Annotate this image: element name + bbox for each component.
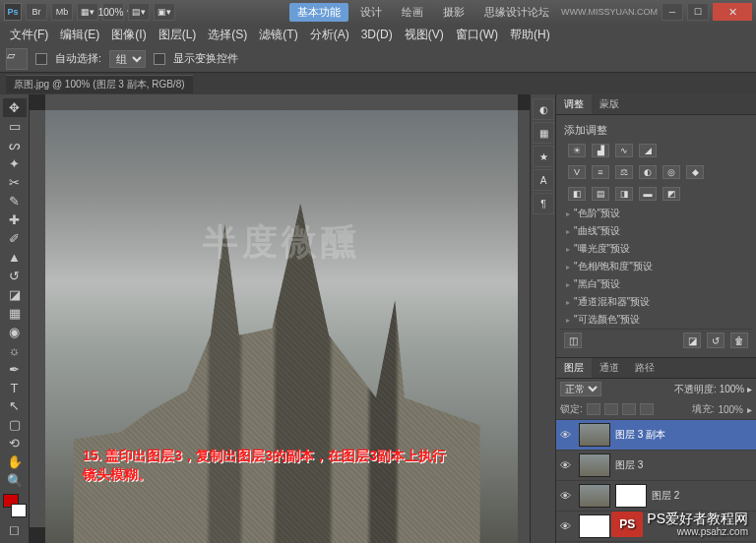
canvas-scrollbar-v[interactable]	[518, 110, 530, 543]
layer-name[interactable]: 图层 2	[652, 489, 679, 503]
auto-select-dropdown[interactable]: 组	[109, 50, 146, 68]
bw-icon[interactable]: ◐	[639, 165, 657, 179]
selective-color-icon[interactable]: ◩	[662, 187, 680, 201]
menu-layer[interactable]: 图层(L)	[155, 27, 201, 43]
layer-row[interactable]: 👁 图层 3 副本	[556, 419, 756, 450]
swatches-panel-icon[interactable]: ▦	[533, 122, 554, 144]
document-tab[interactable]: 原图.jpg @ 100% (图层 3 副本, RGB/8)	[6, 75, 193, 93]
photo-filter-icon[interactable]: ◎	[662, 165, 680, 179]
menu-view[interactable]: 视图(V)	[401, 27, 448, 43]
minimize-button[interactable]: ─	[662, 3, 683, 21]
levels-icon[interactable]: ▟	[592, 144, 609, 157]
menu-select[interactable]: 选择(S)	[204, 27, 251, 43]
close-button[interactable]: ✕	[713, 3, 752, 21]
exposure-icon[interactable]: ◢	[639, 144, 657, 157]
visibility-icon[interactable]: 👁	[560, 490, 574, 502]
adj-reset-icon[interactable]: ↺	[707, 332, 724, 348]
shape-tool[interactable]: ▢	[3, 415, 27, 434]
workspace-paint-button[interactable]: 绘画	[394, 3, 431, 22]
show-transform-checkbox[interactable]	[154, 53, 165, 65]
zoom-tool[interactable]: 🔍	[3, 471, 27, 490]
zoom-level-button[interactable]: 100%▾	[102, 3, 124, 21]
menu-filter[interactable]: 滤镜(T)	[255, 27, 301, 43]
visibility-icon[interactable]: 👁	[560, 459, 574, 471]
channels-tab[interactable]: 通道	[592, 358, 627, 378]
vibrance-icon[interactable]: V	[568, 165, 586, 179]
paragraph-panel-icon[interactable]: ¶	[533, 193, 554, 214]
auto-select-checkbox[interactable]	[35, 53, 47, 65]
menu-3d[interactable]: 3D(D)	[357, 28, 397, 41]
menu-window[interactable]: 窗口(W)	[452, 27, 502, 43]
visibility-icon[interactable]: 👁	[560, 429, 574, 441]
styles-panel-icon[interactable]: ★	[533, 146, 554, 167]
move-tool[interactable]: ✥	[3, 98, 27, 117]
dodge-tool[interactable]: ☼	[3, 341, 27, 360]
layer-row[interactable]: 👁 图层 3	[556, 450, 756, 480]
3d-tool[interactable]: ⟲	[3, 434, 27, 452]
invert-icon[interactable]: ◧	[568, 187, 586, 201]
preset-selective-color[interactable]: "可选颜色"预设	[560, 311, 752, 329]
history-brush-tool[interactable]: ↺	[3, 267, 27, 285]
menu-help[interactable]: 帮助(H)	[506, 27, 554, 43]
lock-position-icon[interactable]	[622, 403, 636, 415]
layer-row[interactable]: 👁 图层 2	[556, 480, 756, 511]
lock-transparent-icon[interactable]	[587, 403, 600, 415]
masks-tab[interactable]: 蒙版	[592, 94, 627, 114]
posterize-icon[interactable]: ▤	[592, 187, 609, 201]
canvas[interactable]: 半度微醺 15. 盖印出图层3，复制出图层3的副本，在图层3副本上执行 镜头模糊…	[45, 110, 518, 543]
history-panel-icon[interactable]: ◐	[533, 98, 554, 120]
eyedropper-tool[interactable]: ✎	[3, 192, 27, 211]
preset-levels[interactable]: "色阶"预设	[560, 205, 752, 222]
layer-name[interactable]: 图层 3 副本	[615, 428, 665, 442]
eraser-tool[interactable]: ◪	[3, 285, 27, 304]
bridge-button[interactable]: Br	[26, 3, 47, 21]
blur-tool[interactable]: ◉	[3, 323, 27, 341]
preset-exposure[interactable]: "曝光度"预设	[560, 240, 752, 258]
adjustments-tab[interactable]: 调整	[556, 94, 592, 114]
lasso-tool[interactable]: ᔕ	[3, 136, 27, 154]
color-balance-icon[interactable]: ⚖	[615, 165, 633, 179]
adj-delete-icon[interactable]: 🗑	[730, 332, 748, 348]
brush-tool[interactable]: ✐	[3, 229, 27, 248]
paths-tab[interactable]: 路径	[627, 358, 662, 378]
maximize-button[interactable]: ☐	[687, 3, 709, 21]
visibility-icon[interactable]: 👁	[560, 520, 574, 532]
color-swatches[interactable]	[3, 494, 27, 520]
stamp-tool[interactable]: ▲	[3, 248, 27, 267]
preset-curves[interactable]: "曲线"预设	[560, 222, 752, 240]
preset-hue-sat[interactable]: "色相/饱和度"预设	[560, 258, 752, 275]
crop-tool[interactable]: ✂	[3, 173, 27, 192]
lock-all-icon[interactable]	[640, 403, 654, 415]
screen-mode-button[interactable]: ▣▾	[154, 3, 175, 21]
gradient-tool[interactable]: ▦	[3, 304, 27, 323]
blend-mode-dropdown[interactable]: 正常	[560, 382, 601, 396]
type-tool[interactable]: T	[3, 379, 27, 397]
workspace-basic-button[interactable]: 基本功能	[289, 3, 348, 22]
quick-mask-tool[interactable]: ◻	[3, 520, 27, 539]
arrange-docs-button[interactable]: ▤▾	[128, 3, 150, 21]
quick-select-tool[interactable]: ✦	[3, 154, 27, 173]
opacity-value[interactable]: 100%	[720, 384, 745, 394]
character-panel-icon[interactable]: A	[533, 169, 554, 191]
preset-bw[interactable]: "黑白"预设	[560, 275, 752, 293]
curves-icon[interactable]: ∿	[615, 144, 633, 157]
workspace-design-button[interactable]: 设计	[352, 3, 390, 22]
background-swatch[interactable]	[11, 504, 27, 517]
minibridge-button[interactable]: Mb	[51, 3, 73, 21]
pen-tool[interactable]: ✒	[3, 360, 27, 379]
adj-expand-icon[interactable]: ◫	[564, 332, 582, 348]
hue-sat-icon[interactable]: ≡	[592, 165, 609, 179]
menu-image[interactable]: 图像(I)	[107, 27, 150, 43]
menu-file[interactable]: 文件(F)	[6, 27, 52, 43]
lock-pixels-icon[interactable]	[604, 403, 618, 415]
hand-tool[interactable]: ✋	[3, 452, 27, 471]
adj-clip-icon[interactable]: ◪	[683, 332, 701, 348]
healing-tool[interactable]: ✚	[3, 211, 27, 229]
threshold-icon[interactable]: ◨	[615, 187, 633, 201]
gradient-map-icon[interactable]: ▬	[639, 187, 657, 201]
layers-tab[interactable]: 图层	[556, 358, 592, 378]
marquee-tool[interactable]: ▭	[3, 117, 27, 136]
channel-mixer-icon[interactable]: ◆	[686, 165, 704, 179]
layer-name[interactable]: 图层 3	[615, 458, 643, 472]
brightness-icon[interactable]: ☀	[568, 144, 586, 157]
